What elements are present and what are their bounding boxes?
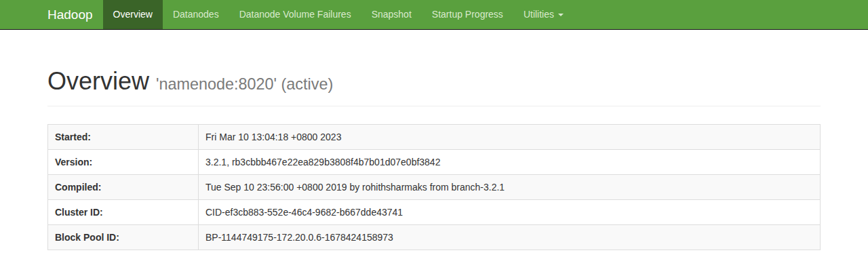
top-navbar: Hadoop Overview Datanodes Datanode Volum… <box>0 0 868 30</box>
nav-item-datanodes[interactable]: Datanodes <box>163 0 229 29</box>
title-divider <box>47 106 821 106</box>
row-label: Block Pool ID: <box>48 224 199 250</box>
nav-item-overview[interactable]: Overview <box>103 0 163 29</box>
nav-item-utilities-dropdown[interactable]: Utilities <box>513 0 574 29</box>
table-row-block-pool-id: Block Pool ID: BP-1144749175-172.20.0.6-… <box>48 224 821 250</box>
row-label: Compiled: <box>48 174 199 199</box>
page-title: Overview 'namenode:8020' (active) <box>47 68 821 95</box>
main-content: Overview 'namenode:8020' (active) Starte… <box>47 68 821 250</box>
caret-down-icon <box>558 14 564 16</box>
nav-item-snapshot[interactable]: Snapshot <box>361 0 422 29</box>
row-label: Started: <box>48 124 199 149</box>
table-row-version: Version: 3.2.1, rb3cbbb467e22ea829b3808f… <box>48 149 821 174</box>
table-row-started: Started: Fri Mar 10 13:04:18 +0800 2023 <box>48 124 821 149</box>
row-label: Cluster ID: <box>48 199 199 224</box>
navbar-container: Hadoop Overview Datanodes Datanode Volum… <box>47 0 821 29</box>
overview-info-table: Started: Fri Mar 10 13:04:18 +0800 2023 … <box>47 124 821 250</box>
row-value: BP-1144749175-172.20.0.6-1678424158973 <box>199 224 821 250</box>
brand-hadoop[interactable]: Hadoop <box>47 0 103 29</box>
page-title-text: Overview <box>47 67 149 95</box>
page-subtitle: 'namenode:8020' (active) <box>156 75 333 93</box>
row-value: CID-ef3cb883-552e-46c4-9682-b667dde43741 <box>199 199 821 224</box>
nav-item-startup-progress[interactable]: Startup Progress <box>422 0 513 29</box>
row-value: Fri Mar 10 13:04:18 +0800 2023 <box>199 124 821 149</box>
table-row-compiled: Compiled: Tue Sep 10 23:56:00 +0800 2019… <box>48 174 821 199</box>
nav-item-datanode-volume-failures[interactable]: Datanode Volume Failures <box>229 0 361 29</box>
row-value: Tue Sep 10 23:56:00 +0800 2019 by rohith… <box>199 174 821 199</box>
row-label: Version: <box>48 149 199 174</box>
nav-item-utilities-label: Utilities <box>524 0 554 29</box>
table-row-cluster-id: Cluster ID: CID-ef3cb883-552e-46c4-9682-… <box>48 199 821 224</box>
row-value: 3.2.1, rb3cbbb467e22ea829b3808f4b7b01d07… <box>199 149 821 174</box>
